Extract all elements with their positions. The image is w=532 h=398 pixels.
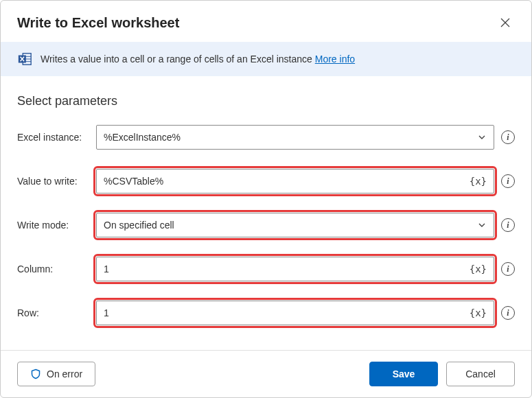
write-mode-select[interactable]: On specified cell <box>96 213 494 237</box>
info-icon[interactable]: i <box>501 218 515 232</box>
excel-instance-select[interactable]: %ExcelInstance% <box>96 125 494 150</box>
label-excel-instance: Excel instance: <box>17 132 96 143</box>
section-title: Select parameters <box>1 76 531 115</box>
label-row: Row: <box>17 307 96 318</box>
more-info-link[interactable]: More info <box>315 54 355 65</box>
close-icon <box>500 17 511 28</box>
shield-icon <box>30 368 41 379</box>
value-to-write-value: %CSVTable% <box>104 176 470 187</box>
close-button[interactable] <box>496 13 515 32</box>
field-column: Column: 1 {x} i <box>17 247 515 291</box>
label-value-to-write: Value to write: <box>17 176 96 187</box>
write-mode-value: On specified cell <box>104 220 477 231</box>
info-icon[interactable]: i <box>501 174 515 188</box>
on-error-label: On error <box>47 368 82 379</box>
chevron-down-icon <box>477 220 487 230</box>
on-error-button[interactable]: On error <box>17 362 95 386</box>
info-icon[interactable]: i <box>501 130 515 144</box>
cancel-label: Cancel <box>465 368 496 379</box>
column-value: 1 <box>104 264 470 274</box>
variable-icon[interactable]: {x} <box>470 264 487 274</box>
info-icon[interactable]: i <box>501 306 515 320</box>
row-input[interactable]: 1 {x} <box>96 301 494 325</box>
save-label: Save <box>393 368 415 379</box>
chevron-down-icon <box>477 132 487 142</box>
info-text: Writes a value into a cell or a range of… <box>41 54 355 65</box>
column-input[interactable]: 1 {x} <box>96 257 494 281</box>
row-value: 1 <box>104 307 470 318</box>
field-excel-instance: Excel instance: %ExcelInstance% i <box>17 115 515 159</box>
dialog-footer: On error Save Cancel <box>1 350 531 397</box>
excel-instance-value: %ExcelInstance% <box>104 132 477 143</box>
save-button[interactable]: Save <box>369 362 438 386</box>
variable-icon[interactable]: {x} <box>470 176 487 187</box>
dialog-title: Write to Excel worksheet <box>17 15 179 31</box>
info-bar: Writes a value into a cell or a range of… <box>1 42 531 76</box>
info-icon[interactable]: i <box>501 262 515 276</box>
excel-icon <box>17 51 32 67</box>
dialog-header: Write to Excel worksheet <box>1 1 531 42</box>
field-value-to-write: Value to write: %CSVTable% {x} i <box>17 159 515 203</box>
field-write-mode: Write mode: On specified cell i <box>17 203 515 247</box>
cancel-button[interactable]: Cancel <box>446 362 515 386</box>
fields: Excel instance: %ExcelInstance% i Value … <box>1 115 531 350</box>
field-row: Row: 1 {x} i <box>17 291 515 335</box>
info-description: Writes a value into a cell or a range of… <box>41 54 315 65</box>
label-write-mode: Write mode: <box>17 220 96 231</box>
variable-icon[interactable]: {x} <box>470 307 487 318</box>
value-to-write-input[interactable]: %CSVTable% {x} <box>96 169 494 194</box>
label-column: Column: <box>17 264 96 274</box>
